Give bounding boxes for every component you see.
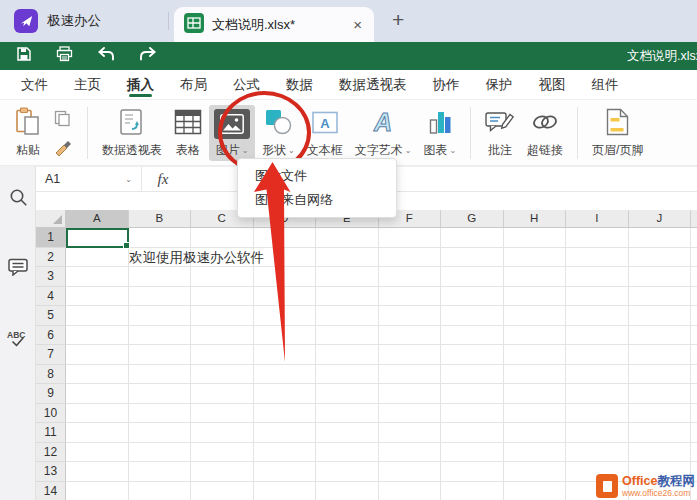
cell-J3[interactable] xyxy=(629,267,692,287)
cell-B7[interactable] xyxy=(129,345,192,365)
cell-D3[interactable] xyxy=(254,267,317,287)
ribbon-tab-视图[interactable]: 视图 xyxy=(526,70,579,99)
cell-D4[interactable] xyxy=(254,287,317,307)
数据透视表-button[interactable]: 数据透视表 xyxy=(97,105,167,161)
column-header-I[interactable]: I xyxy=(566,210,629,228)
cell-E13[interactable] xyxy=(316,462,379,482)
cell-D8[interactable] xyxy=(254,365,317,385)
cell-I8[interactable] xyxy=(566,365,629,385)
cell-D6[interactable] xyxy=(254,326,317,346)
cell-D5[interactable] xyxy=(254,306,317,326)
cell-E1[interactable] xyxy=(316,228,379,248)
cell-H11[interactable] xyxy=(504,423,567,443)
cell-F5[interactable] xyxy=(379,306,442,326)
cell-G4[interactable] xyxy=(441,287,504,307)
cell-E9[interactable] xyxy=(316,384,379,404)
cell-G5[interactable] xyxy=(441,306,504,326)
cell-C13[interactable] xyxy=(191,462,254,482)
cell-D11[interactable] xyxy=(254,423,317,443)
cell-I12[interactable] xyxy=(566,443,629,463)
cell-E6[interactable] xyxy=(316,326,379,346)
cell-C6[interactable] xyxy=(191,326,254,346)
cell-B14[interactable] xyxy=(129,482,192,500)
cell-I2[interactable] xyxy=(566,248,629,268)
row-header-9[interactable]: 9 xyxy=(36,384,66,404)
cell-B13[interactable] xyxy=(129,462,192,482)
cell-B1[interactable] xyxy=(129,228,192,248)
图片-button[interactable]: 图片⌄ xyxy=(209,105,255,161)
文字艺术-button[interactable]: A文字艺术⌄ xyxy=(350,105,417,161)
cell-B8[interactable] xyxy=(129,365,192,385)
表格-button[interactable]: 表格 xyxy=(169,105,207,161)
print-button[interactable] xyxy=(56,46,73,66)
cell-I7[interactable] xyxy=(566,345,629,365)
cell-I6[interactable] xyxy=(566,326,629,346)
cell-E5[interactable] xyxy=(316,306,379,326)
cell-E11[interactable] xyxy=(316,423,379,443)
cell-D10[interactable] xyxy=(254,404,317,424)
search-button[interactable] xyxy=(0,188,36,211)
menu-item-图片文件[interactable]: 图片文件 xyxy=(238,164,396,188)
cell-I1[interactable] xyxy=(566,228,629,248)
cell-J8[interactable] xyxy=(629,365,692,385)
cell-F10[interactable] xyxy=(379,404,442,424)
ribbon-tab-保护[interactable]: 保护 xyxy=(473,70,526,99)
cell-G12[interactable] xyxy=(441,443,504,463)
row-header-6[interactable]: 6 xyxy=(36,326,66,346)
cell-B11[interactable] xyxy=(129,423,192,443)
cell-A8[interactable] xyxy=(66,365,129,385)
cell-J10[interactable] xyxy=(629,404,692,424)
column-header-B[interactable]: B xyxy=(129,210,192,228)
cell-D13[interactable] xyxy=(254,462,317,482)
cell-J1[interactable] xyxy=(629,228,692,248)
cell-I5[interactable] xyxy=(566,306,629,326)
cell-F14[interactable] xyxy=(379,482,442,500)
图表-button[interactable]: 图表⌄ xyxy=(418,105,461,161)
cell-F2[interactable] xyxy=(379,248,442,268)
ribbon-tab-布局[interactable]: 布局 xyxy=(167,70,220,99)
ribbon-tab-协作[interactable]: 协作 xyxy=(420,70,473,99)
cell-F9[interactable] xyxy=(379,384,442,404)
cell-E12[interactable] xyxy=(316,443,379,463)
copy-button[interactable] xyxy=(54,110,72,131)
cell-B12[interactable] xyxy=(129,443,192,463)
cell-E2[interactable] xyxy=(316,248,379,268)
cell-F11[interactable] xyxy=(379,423,442,443)
redo-button[interactable] xyxy=(139,46,157,66)
row-header-1[interactable]: 1 xyxy=(36,228,66,248)
cell-J2[interactable] xyxy=(629,248,692,268)
row-header-4[interactable]: 4 xyxy=(36,287,66,307)
cell-E10[interactable] xyxy=(316,404,379,424)
cell-G2[interactable] xyxy=(441,248,504,268)
row-header-2[interactable]: 2 xyxy=(36,248,66,268)
column-header-J[interactable]: J xyxy=(629,210,692,228)
形状-button[interactable]: 形状⌄ xyxy=(257,105,300,161)
cell-A10[interactable] xyxy=(66,404,129,424)
cell-H2[interactable] xyxy=(504,248,567,268)
cell-G7[interactable] xyxy=(441,345,504,365)
cell-A7[interactable] xyxy=(66,345,129,365)
cell-J9[interactable] xyxy=(629,384,692,404)
cell-J6[interactable] xyxy=(629,326,692,346)
cell-G8[interactable] xyxy=(441,365,504,385)
column-header-H[interactable]: H xyxy=(504,210,567,228)
cell-I11[interactable] xyxy=(566,423,629,443)
cell-F3[interactable] xyxy=(379,267,442,287)
cell-H12[interactable] xyxy=(504,443,567,463)
cell-G14[interactable] xyxy=(441,482,504,500)
cell-H3[interactable] xyxy=(504,267,567,287)
row-header-11[interactable]: 11 xyxy=(36,423,66,443)
cell-H1[interactable] xyxy=(504,228,567,248)
close-tab-icon[interactable]: × xyxy=(351,16,364,33)
cell-G10[interactable] xyxy=(441,404,504,424)
cell-A13[interactable] xyxy=(66,462,129,482)
cell-H13[interactable] xyxy=(504,462,567,482)
ribbon-tab-公式[interactable]: 公式 xyxy=(220,70,273,99)
cell-F1[interactable] xyxy=(379,228,442,248)
cell-C8[interactable] xyxy=(191,365,254,385)
cell-G1[interactable] xyxy=(441,228,504,248)
cell-J7[interactable] xyxy=(629,345,692,365)
cell-F13[interactable] xyxy=(379,462,442,482)
cell-C5[interactable] xyxy=(191,306,254,326)
save-button[interactable] xyxy=(16,46,32,66)
